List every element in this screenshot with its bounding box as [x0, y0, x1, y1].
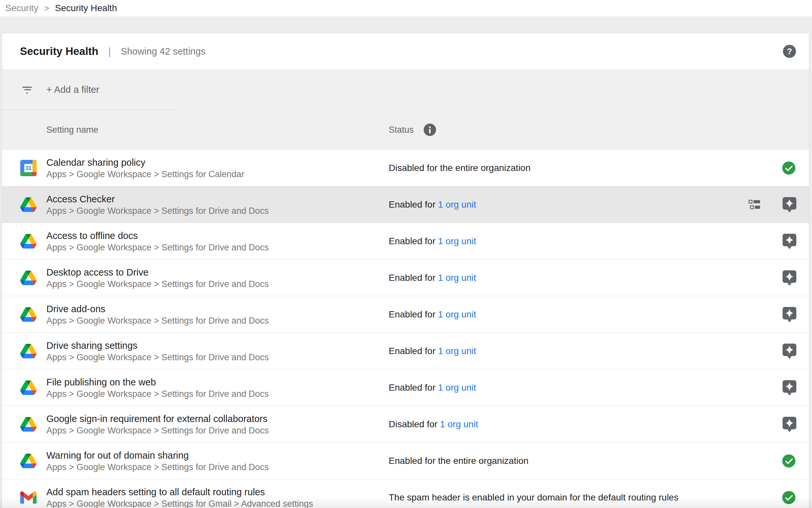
- table-row[interactable]: Desktop access to Drive Apps > Google Wo…: [2, 260, 809, 296]
- settings-count: Showing 42 settings: [121, 46, 206, 57]
- gmail-icon: [20, 490, 37, 506]
- title-divider: |: [108, 45, 111, 57]
- page-title: Security Health: [20, 45, 98, 57]
- setting-status: The spam header is enabled in your domai…: [389, 492, 678, 503]
- help-icon[interactable]: ?: [783, 45, 796, 58]
- recommendation-icon[interactable]: [782, 306, 797, 323]
- drive-icon: [20, 453, 37, 469]
- setting-status: Enabled for 1 org unit: [389, 272, 476, 283]
- add-filter-button[interactable]: + Add a filter: [46, 84, 99, 95]
- recommendation-icon[interactable]: [782, 270, 797, 286]
- drive-icon: [20, 306, 37, 323]
- setting-status: Disabled for the entire organization: [389, 163, 530, 173]
- setting-path: Apps > Google Workspace > Settings for D…: [46, 242, 269, 253]
- org-unit-link[interactable]: 1 org unit: [440, 419, 478, 429]
- org-unit-link[interactable]: 1 org unit: [438, 309, 476, 320]
- breadcrumb-chevron-icon: >: [44, 3, 49, 13]
- drive-icon: [20, 416, 37, 432]
- breadcrumb-security-link[interactable]: Security: [5, 3, 38, 13]
- setting-path: Apps > Google Workspace > Settings for C…: [46, 168, 244, 179]
- status-ok-icon: [782, 454, 796, 468]
- setting-status: Enabled for 1 org unit: [389, 382, 476, 393]
- table-row[interactable]: Access to offline docs Apps > Google Wor…: [2, 223, 809, 260]
- recommendation-icon[interactable]: [782, 233, 797, 249]
- setting-status: Enabled for 1 org unit: [389, 200, 476, 210]
- column-header-setting-name: Setting name: [46, 125, 98, 135]
- settings-list: Calendar sharing policy Apps > Google Wo…: [2, 150, 809, 508]
- table-row[interactable]: Add spam headers setting to all default …: [2, 479, 809, 508]
- recommendation-icon[interactable]: [782, 416, 797, 432]
- setting-status: Disabled for 1 org unit: [389, 419, 478, 429]
- setting-title: Desktop access to Drive: [46, 266, 269, 278]
- org-unit-link[interactable]: 1 org unit: [438, 236, 476, 246]
- drive-icon: [20, 380, 37, 396]
- table-row[interactable]: File publishing on the web Apps > Google…: [2, 369, 809, 406]
- checklist-icon: [749, 200, 760, 210]
- info-icon[interactable]: [424, 124, 436, 136]
- setting-status: Enabled for 1 org unit: [389, 236, 476, 247]
- setting-title: Calendar sharing policy: [46, 156, 244, 168]
- table-row[interactable]: Warning for out of domain sharing Apps >…: [2, 442, 809, 479]
- table-row[interactable]: Drive sharing settings Apps > Google Wor…: [2, 333, 809, 369]
- security-health-card: Security Health | Showing 42 settings ? …: [2, 33, 809, 508]
- setting-path: Apps > Google Workspace > Settings for D…: [46, 388, 269, 399]
- setting-title: File publishing on the web: [46, 376, 269, 388]
- status-ok-icon: [782, 491, 796, 504]
- drive-icon: [20, 343, 37, 359]
- setting-title: Drive sharing settings: [46, 339, 269, 351]
- breadcrumb-current: Security Health: [55, 3, 117, 13]
- table-header-row: Setting name Status: [2, 110, 809, 150]
- table-row[interactable]: Google sign-in requirement for external …: [2, 406, 809, 442]
- setting-path: Apps > Google Workspace > Settings for D…: [46, 205, 269, 216]
- table-row[interactable]: Drive add-ons Apps > Google Workspace > …: [2, 296, 809, 333]
- setting-status: Enabled for the entire organization: [389, 456, 528, 466]
- recommendation-icon[interactable]: [782, 197, 797, 213]
- setting-title: Drive add-ons: [46, 303, 269, 315]
- recommendation-icon[interactable]: [782, 380, 797, 396]
- setting-title: Warning for out of domain sharing: [46, 449, 269, 461]
- drive-icon: [20, 233, 37, 249]
- org-unit-link[interactable]: 1 org unit: [438, 200, 476, 210]
- column-header-status: Status: [389, 124, 436, 136]
- setting-status: Enabled for 1 org unit: [389, 346, 476, 356]
- org-unit-link[interactable]: 1 org unit: [438, 382, 476, 393]
- filter-list-icon: [21, 83, 33, 96]
- setting-status: Enabled for 1 org unit: [389, 309, 476, 320]
- recommendation-icon[interactable]: [782, 343, 797, 359]
- setting-path: Apps > Google Workspace > Settings for D…: [46, 315, 269, 326]
- setting-title: Add spam headers setting to all default …: [46, 486, 313, 498]
- setting-path: Apps > Google Workspace > Settings for G…: [46, 498, 313, 508]
- setting-title: Google sign-in requirement for external …: [46, 413, 269, 425]
- drive-icon: [20, 270, 37, 286]
- setting-path: Apps > Google Workspace > Settings for D…: [46, 461, 269, 472]
- card-header: Security Health | Showing 42 settings ?: [2, 33, 809, 69]
- breadcrumb: Security > Security Health: [0, 0, 812, 16]
- drive-icon: [20, 197, 37, 213]
- filter-and-table-header: + Add a filter Setting name Status: [2, 69, 809, 150]
- status-ok-icon: [782, 161, 796, 175]
- org-unit-link[interactable]: 1 org unit: [438, 272, 476, 283]
- setting-title: Access Checker: [46, 193, 269, 205]
- setting-path: Apps > Google Workspace > Settings for D…: [46, 425, 269, 436]
- org-unit-link[interactable]: 1 org unit: [438, 346, 476, 356]
- setting-path: Apps > Google Workspace > Settings for D…: [46, 278, 269, 289]
- table-row[interactable]: Access Checker Apps > Google Workspace >…: [2, 186, 809, 223]
- setting-path: Apps > Google Workspace > Settings for D…: [46, 351, 269, 363]
- calendar-icon: [20, 160, 37, 176]
- filter-bar[interactable]: + Add a filter: [2, 69, 809, 110]
- table-row[interactable]: Calendar sharing policy Apps > Google Wo…: [2, 150, 809, 186]
- setting-title: Access to offline docs: [46, 229, 269, 242]
